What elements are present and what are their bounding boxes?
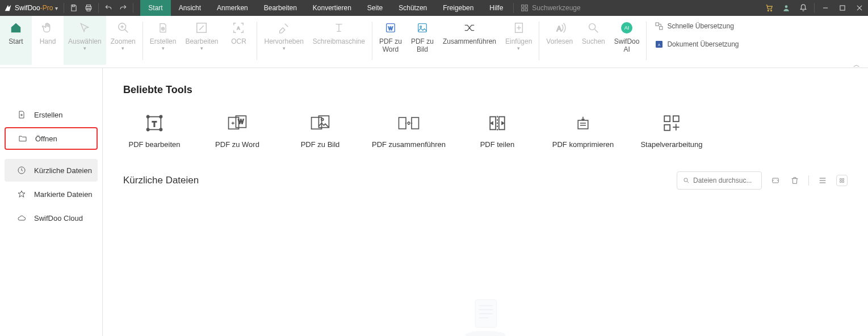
ribbon-zoom-label: Zoomen bbox=[111, 37, 136, 45]
separator bbox=[64, 3, 64, 13]
svg-point-10 bbox=[785, 5, 788, 8]
ribbon-pdf2img-l1: PDF zu bbox=[411, 37, 434, 45]
svg-rect-54 bbox=[412, 117, 419, 129]
ribbon-edit-label: Bearbeiten bbox=[185, 37, 218, 45]
menu-view[interactable]: Ansicht bbox=[171, 0, 209, 16]
ribbon-start[interactable]: Start bbox=[0, 16, 32, 65]
ribbon-search-label: Suchen bbox=[582, 37, 605, 45]
menu-edit[interactable]: Bearbeiten bbox=[256, 0, 305, 16]
menu-convert[interactable]: Konvertieren bbox=[305, 0, 359, 16]
ribbon-zoom[interactable]: Zoomen ▾ bbox=[106, 16, 140, 65]
menu-page[interactable]: Seite bbox=[359, 0, 391, 16]
svg-rect-4 bbox=[522, 5, 524, 7]
tool-pdf-to-word[interactable]: W PDF zu Word bbox=[206, 112, 269, 149]
brand-text2: -Pro bbox=[40, 4, 53, 12]
file-plus-icon bbox=[17, 110, 26, 119]
ribbon-merge-label: Zusammenführen bbox=[443, 37, 496, 45]
close-icon[interactable] bbox=[851, 0, 868, 16]
brand[interactable]: SwifDoo-Pro ▾ bbox=[0, 0, 61, 16]
separator bbox=[98, 3, 99, 13]
svg-rect-70 bbox=[840, 179, 842, 180]
svg-point-27 bbox=[420, 26, 422, 28]
user-icon[interactable] bbox=[778, 0, 795, 16]
main-area: Beliebte Tools T PDF bearbeiten W PDF zu… bbox=[103, 68, 868, 336]
ribbon-edit[interactable]: Bearbeiten ▾ bbox=[181, 16, 223, 65]
recent-search-input[interactable] bbox=[693, 177, 756, 184]
search-tools[interactable]: Suchwerkzeuge bbox=[516, 4, 585, 12]
svg-point-44 bbox=[147, 128, 149, 131]
svg-rect-73 bbox=[842, 181, 844, 183]
cart-icon[interactable] bbox=[761, 0, 778, 16]
svg-rect-71 bbox=[842, 179, 844, 180]
svg-point-52 bbox=[321, 119, 324, 121]
grid-view-icon[interactable] bbox=[836, 175, 848, 186]
svg-point-9 bbox=[771, 10, 772, 11]
grid-icon bbox=[521, 4, 529, 12]
maximize-icon[interactable] bbox=[834, 0, 851, 16]
svg-line-18 bbox=[124, 30, 128, 33]
tool-compress[interactable]: PDF komprimieren bbox=[549, 112, 617, 149]
doc-translate[interactable]: A Dokument Übersetzung bbox=[655, 37, 739, 51]
ribbon-select[interactable]: Auswählen ▾ bbox=[64, 16, 106, 65]
doc-translate-icon: A bbox=[655, 40, 664, 49]
undo-icon[interactable] bbox=[101, 0, 116, 16]
tool-edit-label: PDF bearbeiten bbox=[128, 140, 180, 149]
minimize-icon[interactable] bbox=[817, 0, 834, 16]
trash-icon[interactable] bbox=[789, 175, 800, 186]
print-icon[interactable] bbox=[81, 0, 96, 16]
sidebar-open-label: Öffnen bbox=[35, 135, 57, 143]
tool-batch-label: Stapelverarbeitung bbox=[640, 140, 702, 149]
ribbon-search[interactable]: Suchen bbox=[577, 16, 610, 65]
svg-rect-58 bbox=[578, 120, 588, 129]
menu-share[interactable]: Freigeben bbox=[435, 0, 481, 16]
ribbon-read-label: Vorlesen bbox=[546, 37, 573, 45]
recent-search-box[interactable] bbox=[677, 171, 762, 190]
ribbon-pdf-to-word[interactable]: W PDF zuWord bbox=[375, 16, 406, 65]
svg-rect-53 bbox=[399, 117, 406, 129]
ribbon-merge[interactable]: Zusammenführen bbox=[438, 16, 501, 65]
brand-text1: SwifDoo bbox=[15, 4, 40, 12]
save-icon[interactable] bbox=[66, 0, 81, 16]
ribbon-create-label: Erstellen bbox=[150, 37, 177, 45]
ribbon-create[interactable]: Erstellen ▾ bbox=[145, 16, 181, 65]
menu-annotate[interactable]: Anmerken bbox=[209, 0, 256, 16]
sidebar-recent[interactable]: Kürzliche Dateien bbox=[5, 159, 98, 182]
ribbon-read[interactable]: A Vorlesen bbox=[542, 16, 577, 65]
tool-edit-pdf[interactable]: T PDF bearbeiten bbox=[123, 112, 186, 149]
refresh-icon[interactable] bbox=[770, 175, 781, 186]
ribbon-insert[interactable]: Einfügen ▾ bbox=[501, 16, 536, 65]
sidebar-marked[interactable]: Markierte Dateien bbox=[5, 183, 98, 205]
svg-rect-59 bbox=[664, 116, 670, 121]
search-tools-label: Suchwerkzeuge bbox=[532, 4, 580, 12]
sidebar-open[interactable]: Öffnen bbox=[5, 127, 98, 150]
tool-merge[interactable]: PDF zusammenführen bbox=[372, 112, 446, 149]
tool-pdf-to-image[interactable]: PDF zu Bild bbox=[289, 112, 351, 149]
tool-split[interactable]: PDF teilen bbox=[466, 112, 529, 149]
tool-batch[interactable]: Stapelverarbeitung bbox=[638, 112, 706, 149]
popular-tools-heading: Beliebte Tools bbox=[123, 84, 848, 96]
quick-translate[interactable]: Schnelle Übersetzung bbox=[655, 19, 739, 33]
ribbon-hand[interactable]: Hand bbox=[32, 16, 64, 65]
list-view-icon[interactable] bbox=[817, 175, 828, 186]
tool-split-label: PDF teilen bbox=[480, 140, 515, 149]
bell-icon[interactable] bbox=[795, 0, 812, 16]
recent-files-heading: Kürzliche Dateien bbox=[123, 175, 199, 186]
separator bbox=[808, 175, 809, 186]
empty-document-illustration bbox=[460, 295, 511, 336]
sidebar-marked-label: Markierte Dateien bbox=[34, 190, 93, 199]
redo-icon[interactable] bbox=[116, 0, 131, 16]
menu-help[interactable]: Hilfe bbox=[481, 0, 511, 16]
ribbon-ai[interactable]: AI SwifDooAI bbox=[610, 16, 644, 65]
menu-start[interactable]: Start bbox=[140, 0, 170, 16]
svg-line-65 bbox=[687, 182, 689, 183]
svg-text:A: A bbox=[556, 24, 561, 33]
ribbon-highlight-label: Hervorheben bbox=[264, 37, 303, 45]
ribbon-pdf-to-image[interactable]: PDF zuBild bbox=[406, 16, 438, 65]
ribbon-ocr[interactable]: A OCR bbox=[223, 16, 254, 65]
sidebar-cloud[interactable]: SwifDoo Cloud bbox=[5, 207, 98, 229]
sidebar-create[interactable]: Erstellen bbox=[5, 103, 98, 126]
menu-protect[interactable]: Schützen bbox=[391, 0, 435, 16]
ribbon-ocr-label: OCR bbox=[231, 37, 246, 45]
ribbon-highlight[interactable]: Hervorheben ▾ bbox=[259, 16, 308, 65]
ribbon-typewriter[interactable]: Schreibmaschine bbox=[308, 16, 370, 65]
